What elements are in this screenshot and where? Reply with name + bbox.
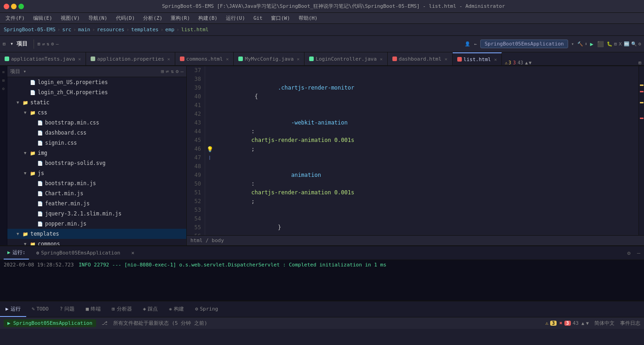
status-warnings[interactable]: ⚠ 3 ✖ 3 43 ▲ ▼ bbox=[545, 320, 589, 326]
bottom-tab-todo[interactable]: ✎ TODO bbox=[26, 301, 54, 317]
menu-help[interactable]: 帮助(H) bbox=[295, 14, 322, 23]
expand-arrow[interactable]: ▼ bbox=[17, 232, 22, 236]
menu-build[interactable]: 构建(B) bbox=[195, 14, 221, 23]
status-run-area[interactable]: ▶ SpringBoot05EmsApplication bbox=[4, 319, 96, 327]
tab-application-properties[interactable]: application.properties ✕ bbox=[86, 52, 175, 65]
tree-item-static[interactable]: ▼ 📁 static bbox=[7, 97, 186, 107]
bottom-tab-run[interactable]: ▶ 运行 bbox=[0, 301, 26, 317]
run-settings-icon[interactable]: ⚙ bbox=[627, 250, 631, 256]
maximize-button[interactable] bbox=[18, 4, 24, 9]
menu-navigate[interactable]: 导航(N) bbox=[85, 14, 111, 23]
breadcrumb-resources[interactable]: resources bbox=[97, 27, 125, 33]
menu-git[interactable]: Git bbox=[250, 14, 266, 22]
bottom-tab-problems[interactable]: ? 问题 bbox=[54, 301, 80, 317]
tab-scroll-down[interactable]: ▼ bbox=[529, 60, 531, 65]
toolbar-icon-7[interactable]: 🔍 bbox=[631, 41, 637, 46]
menu-file[interactable]: 文件(F) bbox=[2, 14, 29, 23]
tree-item-jquery-js[interactable]: 📄 jquery-3.2.1.slim.min.js bbox=[7, 209, 186, 219]
tab-dashboard[interactable]: dashboard.html ✕ bbox=[388, 52, 453, 65]
tab-mymvcconfig[interactable]: MyMvcConfig.java ✕ bbox=[234, 52, 305, 65]
stop-button[interactable]: ⬛ bbox=[597, 41, 604, 47]
scroll-down-status[interactable]: ▼ bbox=[586, 321, 589, 326]
tree-icon-3[interactable]: ⇅ bbox=[171, 68, 174, 74]
toolbar-icon-8[interactable]: ⚙ bbox=[638, 41, 641, 46]
right-panel-toggle[interactable]: ⊞ bbox=[636, 60, 644, 65]
breadcrumb-file[interactable]: list.html bbox=[181, 27, 209, 33]
tree-icon-1[interactable]: ⊞ bbox=[161, 68, 164, 74]
expand-arrow[interactable]: ▼ bbox=[24, 110, 29, 115]
menu-code[interactable]: 代码(D) bbox=[112, 14, 139, 23]
settings-icon[interactable]: ⚙ bbox=[52, 41, 54, 46]
activity-icon-1[interactable]: ≡ bbox=[0, 69, 7, 75]
tab-logincontroller[interactable]: LoginController.java ✕ bbox=[305, 52, 387, 65]
toolbar-icon-6[interactable]: 🔤 bbox=[624, 41, 629, 46]
tree-item-bootstrap-js[interactable]: 📄 bootstrap.min.js bbox=[7, 178, 186, 188]
toolbar-icon-4[interactable]: ⊞ bbox=[614, 41, 617, 46]
tree-item-dashboard-css[interactable]: 📄 dashboard.css bbox=[7, 128, 186, 138]
toolbar-icon-3[interactable]: 🐛 bbox=[607, 41, 612, 46]
bottom-tab-bookmark[interactable]: ◈ 踩点 bbox=[138, 301, 164, 317]
minimize-icon[interactable]: — bbox=[56, 41, 59, 46]
expand-arrow[interactable]: ▼ bbox=[24, 151, 29, 155]
run-minimize-icon[interactable]: — bbox=[637, 250, 640, 256]
toolbar-icon-1[interactable]: 🔨 bbox=[577, 41, 583, 46]
expand-arrow[interactable]: ▼ bbox=[24, 242, 29, 245]
activity-icon-3[interactable]: ⚙ bbox=[0, 85, 7, 92]
bottom-tab-profiler[interactable]: ⊞ 分析器 bbox=[106, 301, 138, 317]
tree-icon-2[interactable]: ⇌ bbox=[166, 68, 169, 74]
code-lines-container[interactable]: .chartjs-render-monitor { -webkit-animat… bbox=[214, 66, 638, 235]
lightbulb-icon[interactable]: 💡 bbox=[205, 145, 214, 153]
run-tab-app-name[interactable]: ⚙ SpringBoot05EmsApplication bbox=[33, 246, 124, 260]
tab-close-list[interactable]: ✕ bbox=[494, 57, 497, 62]
code-editor[interactable]: 37 38 39 40 41 42 43 44 45 46 47 48 49 5… bbox=[187, 66, 644, 245]
tree-item-bootstrap-css[interactable]: 📄 bootstrap.min.css bbox=[7, 118, 186, 128]
tree-item-commons-folder[interactable]: ▼ 📁 commons bbox=[7, 239, 186, 245]
menu-edit[interactable]: 编辑(E) bbox=[29, 14, 56, 23]
tab-close-mymvcconfig[interactable]: ✕ bbox=[297, 57, 299, 62]
breadcrumb-src[interactable]: src bbox=[62, 27, 71, 33]
window-controls[interactable] bbox=[4, 4, 24, 9]
menu-analyze[interactable]: 分析(Z) bbox=[139, 14, 166, 23]
tab-close-properties[interactable]: ✕ bbox=[167, 57, 170, 62]
project-label[interactable]: ▾ 项目 bbox=[7, 40, 30, 48]
bottom-tab-spring[interactable]: ⚙ Spring bbox=[190, 301, 224, 317]
tree-icon-5[interactable]: — bbox=[180, 68, 184, 74]
run-app-selector[interactable]: SpringBoot05EmsApplication bbox=[480, 40, 568, 48]
toolbar-icon-5[interactable]: Ⅹ bbox=[619, 41, 622, 46]
menu-refactor[interactable]: 重构(R) bbox=[167, 14, 194, 23]
status-event-log[interactable]: 事件日志 bbox=[620, 320, 640, 327]
tab-close-applicationtests[interactable]: ✕ bbox=[78, 57, 81, 62]
breadcrumb-emp[interactable]: emp bbox=[165, 27, 174, 33]
tab-list-html[interactable]: list.html ✕ bbox=[453, 52, 502, 65]
bottom-tab-build[interactable]: ❋ 构建 bbox=[163, 301, 190, 317]
tree-item-chart-js[interactable]: 📄 Chart.min.js bbox=[7, 188, 186, 198]
minimize-button[interactable] bbox=[11, 4, 17, 9]
tab-scroll-up[interactable]: ▲ bbox=[525, 60, 528, 65]
tree-item-templates[interactable]: ▼ 📁 templates bbox=[7, 229, 186, 239]
breadcrumb-main[interactable]: main bbox=[78, 27, 91, 33]
run-button[interactable]: ▶ bbox=[590, 41, 593, 47]
tab-close-logincontroller[interactable]: ✕ bbox=[380, 57, 383, 62]
breadcrumb-templates[interactable]: templates bbox=[131, 27, 159, 33]
run-tab-close[interactable]: ✕ bbox=[127, 246, 138, 260]
tree-item-feather-js[interactable]: 📄 feather.min.js bbox=[7, 198, 186, 209]
close-button[interactable] bbox=[4, 4, 9, 9]
tree-item-img[interactable]: ▼ 📁 img bbox=[7, 148, 186, 158]
tab-applicationtests[interactable]: applicationTests.java ✕ bbox=[0, 52, 86, 65]
layout-icon-2[interactable]: ⇌ bbox=[42, 41, 45, 46]
expand-arrow[interactable]: ▼ bbox=[24, 171, 29, 175]
activity-icon-2[interactable]: ⊞ bbox=[0, 77, 7, 84]
menu-window[interactable]: 窗口(W) bbox=[267, 14, 294, 23]
tab-close-commons[interactable]: ✕ bbox=[226, 57, 229, 62]
menu-view[interactable]: 视图(V) bbox=[57, 14, 84, 23]
scroll-up-status[interactable]: ▲ bbox=[581, 321, 584, 326]
tree-item-css[interactable]: ▼ 📁 css bbox=[7, 107, 186, 118]
tree-item-js[interactable]: ▼ 📁 js bbox=[7, 168, 186, 178]
tree-item-bootstrap-svg[interactable]: 📄 bootstrap-solid.svg bbox=[7, 158, 186, 168]
bottom-tab-terminal[interactable]: ■ 终端 bbox=[80, 301, 106, 317]
run-tab-run[interactable]: ▶ 运行: bbox=[4, 246, 29, 260]
tree-item-popper-js[interactable]: 📄 popper.min.js bbox=[7, 219, 186, 229]
menu-run[interactable]: 运行(U) bbox=[222, 14, 249, 23]
layout-icon-3[interactable]: ⇅ bbox=[47, 41, 50, 46]
tree-item-login-en[interactable]: 📄 login_en_US.properties bbox=[7, 77, 186, 87]
